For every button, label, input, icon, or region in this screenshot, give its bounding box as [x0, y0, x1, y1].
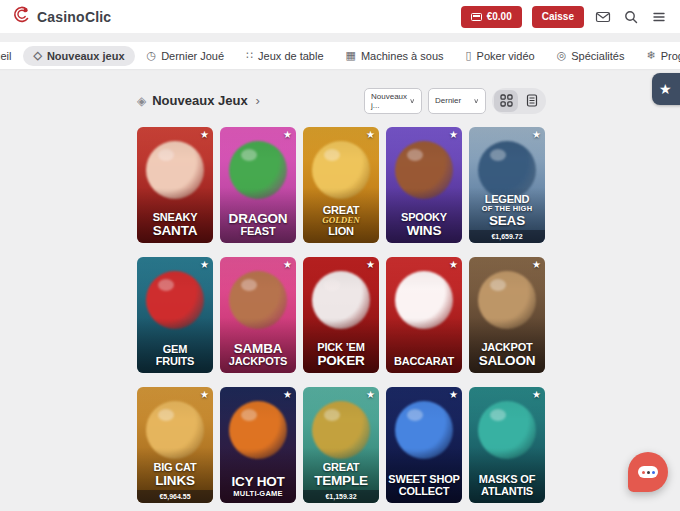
- balance-button[interactable]: €0.00: [461, 6, 522, 28]
- game-title: LEGENDOF THE HIGHSEAS: [471, 194, 543, 227]
- phone-icon: ▯: [466, 50, 472, 61]
- game-title: GEMFRUITS: [139, 344, 211, 367]
- grid-view-icon[interactable]: [494, 90, 518, 112]
- search-icon[interactable]: [622, 8, 640, 26]
- clock-icon: ◷: [147, 50, 157, 61]
- dice-icon: ∷: [246, 50, 253, 61]
- game-tile[interactable]: ★ GREATGOLDENLION: [303, 127, 379, 243]
- gem-icon: ◇: [33, 50, 41, 61]
- nav-item-machines-sous[interactable]: ▦ Machines à sous: [336, 46, 454, 66]
- sparkle-icon: ❄: [646, 50, 655, 61]
- game-title: GREATTEMPLE: [305, 462, 377, 487]
- category-nav: ⌂ Accueil ◇ Nouveaux jeux ◷ Dernier Joué…: [0, 33, 680, 77]
- star-trophy-icon: ★: [659, 81, 672, 97]
- breadcrumb: ◈ Nouveaux Jeux ›: [137, 93, 260, 108]
- favorite-star-icon[interactable]: ★: [532, 259, 541, 270]
- game-tile[interactable]: ★ PICK ’EMPOKER: [303, 257, 379, 373]
- slot-icon: ▦: [346, 50, 356, 61]
- game-jackpot-amount: €1,159.32: [303, 490, 379, 503]
- gem-icon: ◈: [137, 94, 146, 108]
- game-title: ICY HOTMULTI-GAME: [222, 475, 294, 497]
- favorite-star-icon[interactable]: ★: [283, 129, 292, 140]
- toolbar: ◈ Nouveaux Jeux › Nouveaux j... ∨ Dernie…: [137, 87, 546, 114]
- toolbar-controls: Nouveaux j... ∨ Dernier ∨: [364, 88, 546, 114]
- game-tile[interactable]: ★ SWEET SHOPCOLLECT: [386, 387, 462, 503]
- favorite-star-icon[interactable]: ★: [200, 389, 209, 400]
- game-tile[interactable]: ★ JACKPOTSALOON: [469, 257, 545, 373]
- favorite-star-icon[interactable]: ★: [283, 259, 292, 270]
- favorite-star-icon[interactable]: ★: [532, 129, 541, 140]
- game-tile[interactable]: ★ SAMBAJACKPOTS: [220, 257, 296, 373]
- header-actions: €0.00 Caisse: [461, 6, 668, 28]
- livechat-button[interactable]: [628, 452, 668, 492]
- page-title: Nouveaux Jeux: [152, 93, 247, 108]
- game-tile[interactable]: ★ GEMFRUITS: [137, 257, 213, 373]
- card-icon: [471, 13, 482, 21]
- game-tile[interactable]: ★ ICY HOTMULTI-GAME: [220, 387, 296, 503]
- nav-item-jeux-de-table[interactable]: ∷ Jeux de table: [236, 46, 333, 66]
- nav-item-nouveaux-jeux[interactable]: ◇ Nouveaux jeux: [23, 46, 134, 66]
- game-tile[interactable]: ★ SNEAKYSANTA: [137, 127, 213, 243]
- category-select[interactable]: Nouveaux j... ∨: [364, 88, 422, 114]
- rewards-side-tab[interactable]: ★: [652, 73, 680, 105]
- favorite-star-icon[interactable]: ★: [449, 389, 458, 400]
- nav-item-poker-vid-o[interactable]: ▯ Poker vidéo: [456, 46, 545, 66]
- nav-item-dernier-jou-[interactable]: ◷ Dernier Joué: [137, 46, 235, 66]
- favorite-star-icon[interactable]: ★: [449, 129, 458, 140]
- chevron-down-icon: ∨: [409, 97, 415, 104]
- cashier-label: Caisse: [542, 11, 574, 22]
- favorite-star-icon[interactable]: ★: [283, 389, 292, 400]
- game-tile[interactable]: ★ BACCARAT: [386, 257, 462, 373]
- chevron-right-icon[interactable]: ›: [256, 93, 260, 108]
- game-jackpot-amount: €5,964.55: [137, 490, 213, 503]
- game-tile[interactable]: ★ BIG CATLINKS €5,964.55: [137, 387, 213, 503]
- game-title: MASKS OFATLANTIS: [471, 474, 543, 497]
- game-title: BIG CATLINKS: [139, 462, 211, 487]
- favorite-star-icon[interactable]: ★: [200, 259, 209, 270]
- category-nav-pill: ⌂ Accueil ◇ Nouveaux jeux ◷ Dernier Joué…: [0, 42, 680, 69]
- category-select-value: Nouveaux j...: [371, 92, 409, 110]
- favorite-star-icon[interactable]: ★: [366, 389, 375, 400]
- game-title: SWEET SHOPCOLLECT: [388, 474, 460, 497]
- favorite-star-icon[interactable]: ★: [532, 389, 541, 400]
- favorite-star-icon[interactable]: ★: [200, 129, 209, 140]
- favorite-star-icon[interactable]: ★: [366, 129, 375, 140]
- favorite-star-icon[interactable]: ★: [366, 259, 375, 270]
- game-title: JACKPOTSALOON: [471, 342, 543, 367]
- cashier-button[interactable]: Caisse: [532, 6, 584, 28]
- sort-select[interactable]: Dernier ∨: [428, 88, 486, 114]
- list-view-icon[interactable]: [520, 90, 544, 112]
- game-title: BACCARAT: [388, 356, 460, 367]
- favorite-star-icon[interactable]: ★: [449, 259, 458, 270]
- menu-icon[interactable]: [650, 8, 668, 26]
- game-title: SAMBAJACKPOTS: [222, 342, 294, 367]
- logo[interactable]: CasinoClic: [12, 5, 111, 28]
- mail-icon[interactable]: [594, 8, 612, 26]
- nav-item-sp-cialit-s[interactable]: ◎ Spécialités: [547, 46, 635, 66]
- header: CasinoClic €0.00 Caisse: [0, 0, 680, 33]
- sort-select-value: Dernier: [435, 96, 461, 105]
- game-tile[interactable]: ★ LEGENDOF THE HIGHSEAS €1,659.72: [469, 127, 545, 243]
- games-grid: ★ SNEAKYSANTA ★ DRAGONFEAST ★ GREATGOLDE…: [137, 127, 546, 503]
- game-title: SNEAKYSANTA: [139, 212, 211, 237]
- balance-amount: €0.00: [487, 11, 512, 22]
- brand-swirl-icon: [12, 5, 31, 28]
- wheel-icon: ◎: [557, 50, 567, 61]
- livechat-icon: [638, 466, 658, 478]
- game-title: SPOOKYWINS: [388, 212, 460, 237]
- game-tile[interactable]: ★ MASKS OFATLANTIS: [469, 387, 545, 503]
- brand-name: CasinoClic: [37, 9, 111, 25]
- game-tile[interactable]: ★ DRAGONFEAST: [220, 127, 296, 243]
- game-jackpot-amount: €1,659.72: [469, 230, 545, 243]
- nav-item-accueil[interactable]: ⌂ Accueil: [0, 46, 21, 66]
- game-title: DRAGONFEAST: [222, 212, 294, 237]
- game-title: PICK ’EMPOKER: [305, 342, 377, 367]
- game-tile[interactable]: ★ GREATTEMPLE €1,159.32: [303, 387, 379, 503]
- game-title: GREATGOLDENLION: [305, 205, 377, 237]
- casino-page: CasinoClic €0.00 Caisse ⌂ Accueil: [0, 0, 680, 511]
- view-toggle: [492, 88, 546, 114]
- nav-item-progressifs[interactable]: ❄ Progressifs: [636, 46, 680, 66]
- game-tile[interactable]: ★ SPOOKYWINS: [386, 127, 462, 243]
- chevron-down-icon: ∨: [473, 97, 479, 104]
